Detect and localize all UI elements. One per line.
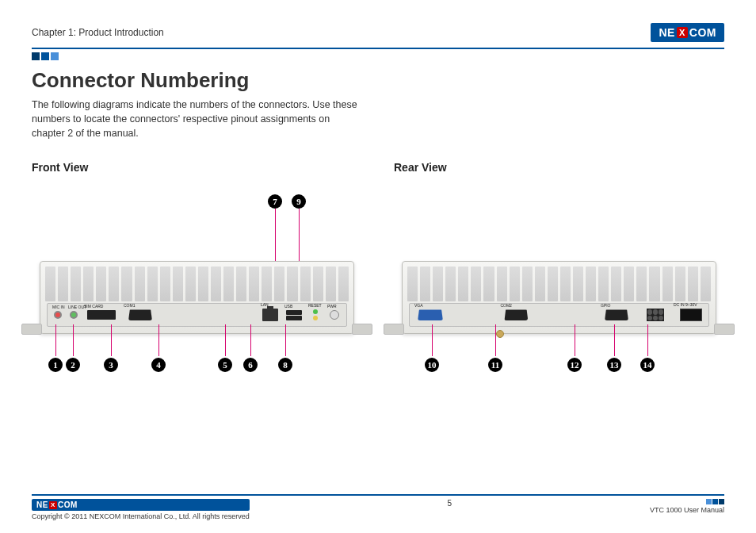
rear-view-section: Rear View VGA COM2: [394, 161, 724, 396]
footer-brand-x-icon: X: [49, 501, 57, 509]
callout-4: 4: [151, 358, 166, 372]
audio-jack-green-icon: [70, 311, 78, 319]
leader-6: [250, 324, 251, 356]
usb-ports: USB: [284, 310, 304, 320]
callout-2: 2: [66, 358, 80, 372]
antenna-connector-icon: [496, 330, 504, 338]
dcin-label: DC IN 9~30V: [674, 302, 697, 307]
mount-bracket-left-rear: [384, 324, 404, 335]
db9-icon: [128, 309, 152, 320]
callout-5: 5: [218, 358, 232, 372]
leader-1: [55, 324, 56, 356]
brand-x-icon: X: [677, 27, 688, 38]
vga-label: VGA: [414, 303, 423, 308]
dc-out-icon: [647, 309, 664, 321]
brand-pre: NE: [659, 26, 674, 39]
callout-1: 1: [48, 358, 63, 372]
callout-12: 12: [567, 358, 582, 372]
page-title: Connector Numbering: [32, 68, 724, 93]
leader-12: [575, 324, 575, 356]
leader-10: [432, 324, 433, 356]
usb-label: USB: [284, 304, 292, 309]
front-view-heading: Front View: [32, 161, 362, 174]
callout-7: 7: [268, 194, 282, 209]
power-button-icon: [330, 310, 339, 320]
callout-3: 3: [104, 358, 118, 372]
mount-bracket-right-rear: [714, 324, 735, 335]
com2-label: COM2: [500, 303, 511, 308]
footer-decor-squares: [706, 499, 724, 504]
dc-in-port: DC IN 9~30V: [678, 309, 704, 321]
callout-9: 9: [292, 194, 306, 209]
leader-11: [495, 324, 496, 356]
intro-paragraph: The following diagrams indicate the numb…: [32, 98, 365, 140]
copyright-text: Copyright © 2011 NEXCOM International Co…: [32, 512, 250, 520]
pwr-label: PWR: [327, 304, 337, 309]
led-power-icon: [313, 316, 318, 320]
led-hdd-icon: [313, 309, 318, 314]
front-panel: MIC IN LINE OUT SIM CARD COM1: [47, 303, 347, 327]
lan-port: LAN: [261, 309, 280, 321]
footer-doc-title: VTC 1000 User Manual: [650, 506, 724, 514]
callout-6: 6: [243, 358, 258, 372]
rear-panel: VGA COM2 GPIO: [409, 303, 709, 327]
power-button: PWR: [327, 310, 342, 320]
views-row: Front View 7 9 MIC IN LINE: [32, 161, 724, 396]
rear-device: VGA COM2 GPIO: [402, 261, 716, 334]
gpio-label: GPIO: [601, 303, 611, 308]
sim-label: SIM CARD: [84, 304, 103, 309]
brand-post: COM: [689, 26, 716, 39]
page-footer: NE X COM Copyright © 2011 NEXCOM Interna…: [32, 494, 724, 520]
com1-port: COM1: [124, 309, 157, 320]
footer-brand-pre: NE: [36, 500, 48, 509]
footer-brand-post: COM: [58, 500, 78, 509]
chapter-label: Chapter 1: Product Introduction: [32, 27, 164, 38]
mic-in-jack: MIC IN: [52, 311, 63, 319]
footer-right: VTC 1000 User Manual: [650, 499, 724, 514]
front-device-wrap: 7 9 MIC IN LINE OUT: [32, 229, 362, 396]
dc-in-icon: [680, 309, 702, 321]
footer-logo: NE X COM: [32, 499, 250, 511]
leader-2: [73, 324, 74, 356]
com2-port: COM2: [500, 309, 532, 320]
leader-3: [111, 324, 112, 356]
gpio-icon: [605, 309, 628, 320]
line-out-jack: LINE OUT: [68, 311, 79, 319]
leader-14: [647, 324, 648, 356]
page-header: Chapter 1: Product Introduction NE X COM: [32, 21, 724, 44]
rear-device-wrap: VGA COM2 GPIO: [394, 229, 724, 396]
leader-13: [614, 324, 615, 356]
heatsink-fins-rear: [407, 266, 711, 301]
gpio-port: GPIO: [601, 309, 632, 320]
com1-label: COM1: [124, 303, 135, 308]
audio-jack-red-icon: [54, 311, 62, 319]
mount-bracket-right: [352, 324, 372, 335]
header-divider: [32, 48, 724, 49]
mic-label: MIC IN: [52, 305, 65, 309]
rear-view-heading: Rear View: [394, 161, 724, 174]
brand-logo: NE X COM: [651, 23, 724, 42]
callout-13: 13: [607, 358, 621, 372]
callout-11: 11: [488, 358, 502, 372]
page-number: 5: [448, 499, 452, 508]
leader-8: [285, 324, 286, 356]
decor-squares: [32, 52, 724, 60]
callout-14: 14: [640, 358, 655, 372]
vga-port: VGA: [414, 309, 446, 320]
db9-icon-rear: [504, 309, 528, 320]
reset-label: RESET: [308, 303, 322, 308]
reset-leds: RESET: [308, 309, 323, 320]
leader-4: [158, 324, 159, 356]
front-view-section: Front View 7 9 MIC IN LINE: [32, 161, 362, 396]
rj45-icon: [262, 309, 278, 321]
dc-out-port: [645, 309, 666, 321]
vga-icon: [418, 309, 443, 320]
callout-8: 8: [278, 358, 292, 372]
mount-bracket-left: [21, 324, 42, 335]
leader-5: [225, 324, 226, 356]
sim-slot: SIM CARD: [84, 310, 119, 320]
callout-10: 10: [425, 358, 439, 372]
front-device: MIC IN LINE OUT SIM CARD COM1: [40, 261, 354, 334]
sim-slot-icon: [87, 310, 116, 320]
usb-stack-icon: [286, 310, 302, 320]
